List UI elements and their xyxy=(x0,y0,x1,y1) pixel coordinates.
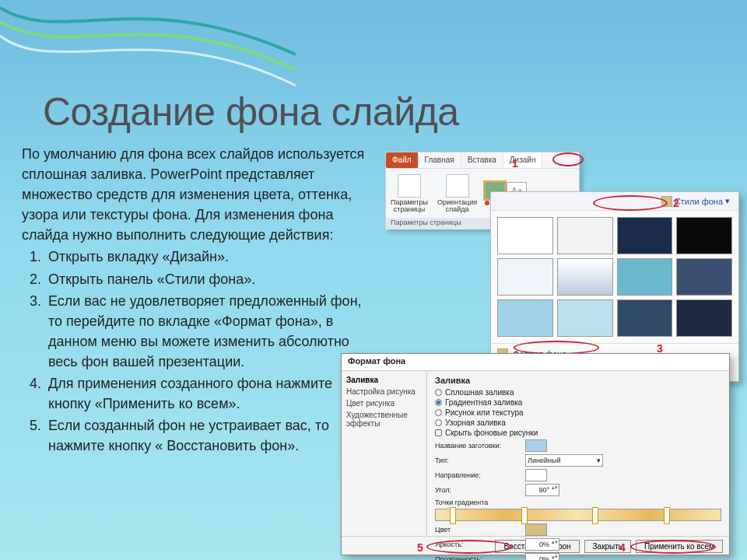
type-combo[interactable]: Линейный▾ xyxy=(525,454,603,467)
slide-title: Создание фона слайда xyxy=(0,0,747,135)
style-thumb[interactable] xyxy=(617,217,673,254)
angle-spinner[interactable]: 90° xyxy=(525,484,559,496)
orientation-button[interactable]: Ориентация слайда xyxy=(433,169,482,218)
style-thumb[interactable] xyxy=(676,299,732,337)
style-thumb[interactable] xyxy=(557,217,613,254)
body-text-column: По умолчанию для фона всех слайдов испол… xyxy=(22,144,372,457)
dialog-sidebar: Заливка Настройка рисунка Цвет рисунка Х… xyxy=(342,371,427,536)
callout-number-2: 2 xyxy=(673,197,679,209)
dialog-title: Формат фона xyxy=(342,354,729,371)
step-3: Если вас не удовлетворяет предложенный ф… xyxy=(45,291,372,372)
sidebar-item-picture-corrections[interactable]: Настройка рисунка xyxy=(346,386,422,397)
tab-insert[interactable]: Вставка xyxy=(461,152,503,168)
tab-file[interactable]: Файл xyxy=(386,152,419,168)
step-1: Открыть вкладку «Дизайн». xyxy=(45,247,372,267)
orientation-icon xyxy=(446,174,469,198)
style-thumb[interactable] xyxy=(497,217,553,254)
style-thumb[interactable] xyxy=(497,258,553,296)
page-setup-icon xyxy=(398,174,421,198)
style-thumb[interactable] xyxy=(676,217,732,254)
sidebar-item-artistic-effects[interactable]: Художественные эффекты xyxy=(346,409,422,429)
style-thumb-grid xyxy=(491,211,738,343)
radio-gradient[interactable]: Градиентная заливка xyxy=(435,398,721,407)
transparency-spinner[interactable]: 0% xyxy=(525,553,559,560)
style-thumb[interactable] xyxy=(676,258,732,296)
dialog-main: Заливка Сплошная заливка Градиентная зал… xyxy=(427,371,729,536)
page-setup-button[interactable]: Параметры страницы xyxy=(386,169,433,218)
check-hide-graphics[interactable]: Скрыть фоновые рисунки xyxy=(435,429,721,437)
apply-to-all-button[interactable]: Применить ко всем xyxy=(636,540,723,553)
style-thumb[interactable] xyxy=(617,299,673,337)
direction-picker[interactable] xyxy=(525,469,547,481)
stop-color-picker[interactable] xyxy=(525,523,547,536)
style-thumb[interactable] xyxy=(497,299,553,337)
background-styles-button[interactable]: Стили фона ▾ xyxy=(658,194,734,209)
tab-home[interactable]: Главная xyxy=(419,152,461,168)
intro-paragraph: По умолчанию для фона всех слайдов испол… xyxy=(22,144,372,245)
radio-picture[interactable]: Рисунок или текстура xyxy=(435,408,721,417)
style-thumb[interactable] xyxy=(557,299,613,337)
sidebar-item-picture-color[interactable]: Цвет рисунка xyxy=(346,397,422,409)
sidebar-item-fill[interactable]: Заливка xyxy=(346,374,422,386)
brightness-spinner[interactable]: 0% xyxy=(525,538,559,551)
preset-picker[interactable] xyxy=(525,439,547,452)
format-background-dialog: Формат фона Заливка Настройка рисунка Цв… xyxy=(341,353,730,555)
paint-bucket-icon xyxy=(661,196,672,207)
gradient-stops-bar[interactable] xyxy=(435,509,721,521)
chevron-down-icon: ▾ xyxy=(725,196,730,206)
step-5: Если созданный фон не устраивает вас, то… xyxy=(45,415,372,456)
step-2: Открыть панель «Стили фона». xyxy=(45,269,372,289)
callout-number-1: 1 xyxy=(512,157,518,170)
style-thumb[interactable] xyxy=(617,258,673,296)
callout-number-4: 4 xyxy=(619,541,626,554)
callout-number-5: 5 xyxy=(417,541,423,554)
style-thumb[interactable] xyxy=(557,258,613,296)
tab-design[interactable]: Дизайн xyxy=(503,152,543,168)
steps-list: Открыть вкладку «Дизайн». Открыть панель… xyxy=(22,247,372,456)
step-4: Для применения созданного фона нажмите к… xyxy=(45,373,372,414)
radio-solid[interactable]: Сплошная заливка xyxy=(435,388,721,397)
fill-heading: Заливка xyxy=(435,376,721,385)
radio-pattern[interactable]: Узорная заливка xyxy=(435,418,721,427)
